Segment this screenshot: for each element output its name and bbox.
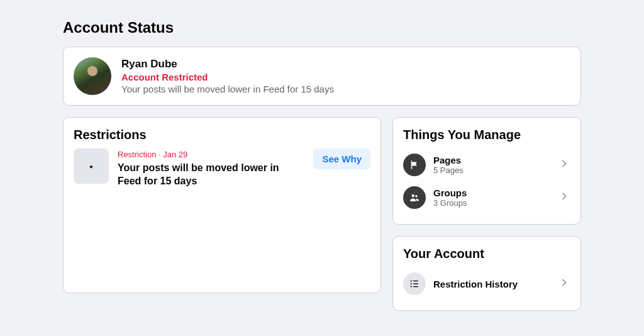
- pages-item[interactable]: Pages 5 Pages: [403, 148, 570, 181]
- your-account-card: Your Account Restriction History: [392, 236, 581, 311]
- restrictions-card: Restrictions ● Restriction · Jan 29 Your…: [63, 117, 381, 293]
- restriction-title: Your posts will be moved lower in Feed f…: [118, 162, 304, 188]
- see-why-button[interactable]: See Why: [313, 148, 370, 169]
- svg-rect-7: [413, 286, 418, 288]
- user-name: Ryan Dube: [121, 58, 334, 70]
- pages-text: Pages 5 Pages: [433, 155, 550, 175]
- restriction-body: Restriction · Jan 29 Your posts will be …: [118, 148, 304, 188]
- account-status-card: Ryan Dube Account Restricted Your posts …: [63, 47, 581, 106]
- your-account-title: Your Account: [403, 247, 570, 261]
- things-you-manage-card: Things You Manage Pages 5 Pages G: [392, 117, 581, 225]
- user-avatar: [74, 57, 111, 95]
- svg-rect-3: [413, 281, 418, 282]
- svg-point-0: [412, 194, 415, 198]
- groups-item[interactable]: Groups 3 Groups: [403, 181, 570, 214]
- chevron-right-icon: [558, 157, 570, 172]
- groups-title: Groups: [433, 188, 550, 198]
- pages-sub: 5 Pages: [433, 165, 550, 175]
- groups-text: Groups 3 Groups: [433, 188, 550, 208]
- restriction-item[interactable]: ● Restriction · Jan 29 Your posts will b…: [74, 148, 370, 188]
- status-text-block: Ryan Dube Account Restricted Your posts …: [121, 58, 334, 94]
- account-restricted-label: Account Restricted: [121, 72, 334, 82]
- page-title: Account Status: [63, 19, 581, 36]
- svg-point-1: [415, 195, 417, 197]
- chevron-right-icon: [558, 190, 570, 205]
- restrictions-section-title: Restrictions: [74, 128, 370, 142]
- list-icon: [403, 272, 426, 295]
- things-you-manage-title: Things You Manage: [403, 128, 570, 142]
- svg-point-6: [411, 286, 412, 287]
- flag-icon: [403, 154, 426, 176]
- restriction-history-text: Restriction History: [433, 279, 550, 289]
- pages-title: Pages: [433, 155, 550, 165]
- restriction-thumb-icon: ●: [74, 148, 109, 184]
- groups-sub: 3 Groups: [433, 198, 550, 208]
- groups-icon: [403, 186, 426, 209]
- svg-rect-5: [413, 283, 418, 284]
- restriction-meta: Restriction · Jan 29: [118, 150, 304, 159]
- svg-point-4: [411, 283, 412, 284]
- restriction-history-title: Restriction History: [433, 279, 550, 289]
- chevron-right-icon: [558, 276, 570, 291]
- restriction-description: Your posts will be moved lower in Feed f…: [121, 84, 334, 94]
- svg-point-2: [411, 280, 412, 281]
- restriction-history-item[interactable]: Restriction History: [403, 267, 570, 300]
